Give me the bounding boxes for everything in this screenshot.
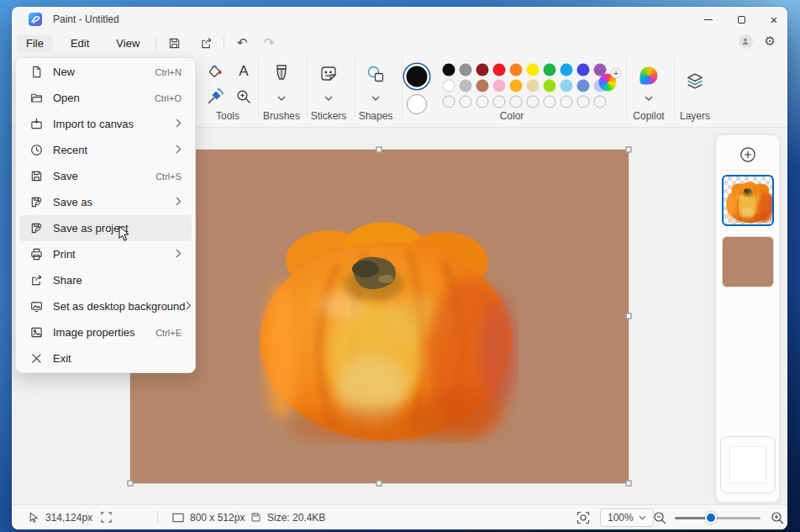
text-tool-icon[interactable]: A: [239, 63, 248, 80]
divider: [157, 511, 158, 524]
status-bar: 314,124px 800 x 512px Size: 20.4KB 100%: [12, 504, 787, 529]
menu-item-exit[interactable]: Exit: [19, 345, 192, 371]
paint-app-icon: [29, 13, 42, 26]
zoom-in-button[interactable]: [771, 511, 784, 524]
add-layer-button[interactable]: [738, 145, 758, 165]
menu-item-recent[interactable]: Recent: [19, 137, 192, 163]
settings-gear-icon[interactable]: ⚙: [765, 34, 776, 49]
color-swatch[interactable]: [577, 64, 590, 76]
zoom-level-dropdown[interactable]: 100%: [600, 508, 654, 527]
menu-item-save[interactable]: Save Ctrl+S: [19, 163, 192, 189]
save-icon[interactable]: [163, 34, 185, 52]
color-swatch[interactable]: [577, 80, 590, 92]
divider: [224, 36, 224, 50]
background-layer-container[interactable]: [720, 436, 776, 493]
canvas-handle-bottom-right[interactable]: [626, 481, 632, 487]
canvas-handle-top-middle[interactable]: [376, 147, 382, 153]
color-swatch[interactable]: [527, 80, 539, 92]
stickers-chevron-icon[interactable]: [324, 89, 333, 104]
view-menu-button[interactable]: View: [107, 34, 149, 52]
color-swatch[interactable]: [544, 80, 556, 92]
color-swatch[interactable]: [476, 64, 489, 76]
zoom-level-value: 100%: [608, 512, 634, 524]
empty-color-swatch[interactable]: [460, 96, 472, 108]
empty-color-swatch[interactable]: [561, 96, 573, 108]
brushes-icon[interactable]: [274, 64, 289, 84]
empty-color-swatch[interactable]: [443, 96, 455, 108]
edit-menu-button[interactable]: Edit: [61, 34, 98, 52]
new-document-icon: [29, 66, 43, 79]
shapes-icon[interactable]: [366, 65, 386, 84]
magnifier-tool-icon[interactable]: [236, 89, 252, 105]
stickers-icon[interactable]: [319, 65, 338, 83]
shortcut-label: Ctrl+O: [155, 93, 182, 103]
shapes-chevron-icon[interactable]: [371, 89, 380, 104]
empty-color-swatch[interactable]: [493, 96, 506, 108]
divider: [237, 511, 238, 524]
menu-item-save-as[interactable]: Save as: [19, 189, 192, 215]
copilot-chevron-icon[interactable]: [645, 89, 653, 104]
color-swatch[interactable]: [476, 80, 489, 92]
divider: [87, 511, 88, 524]
color-swatch[interactable]: [510, 80, 523, 92]
layers-icon[interactable]: [685, 71, 706, 92]
menu-item-import-to-canvas[interactable]: Import to canvas: [19, 111, 192, 137]
empty-color-swatch[interactable]: [527, 96, 539, 108]
empty-color-swatch[interactable]: [594, 96, 607, 108]
background-color-swatch[interactable]: [407, 94, 427, 114]
minimize-button[interactable]: [690, 7, 727, 32]
menu-item-image-properties[interactable]: Image properties Ctrl+E: [19, 319, 192, 345]
fill-tool-icon[interactable]: [207, 63, 224, 81]
undo-icon[interactable]: ↶: [231, 34, 253, 52]
zoom-out-button[interactable]: [653, 511, 666, 524]
color-swatch[interactable]: [460, 64, 472, 76]
empty-color-swatch[interactable]: [476, 96, 489, 108]
window-title: Paint - Untitled: [53, 13, 119, 25]
color-swatch[interactable]: [460, 80, 472, 92]
mouse-cursor: [118, 225, 130, 242]
tools-group-label: Tools: [216, 110, 239, 122]
fit-to-screen-button[interactable]: [576, 511, 590, 524]
close-button[interactable]: ×: [755, 7, 787, 32]
color-swatch[interactable]: [443, 64, 455, 76]
menu-item-print[interactable]: Print: [19, 241, 192, 267]
eyedropper-tool-icon[interactable]: [207, 88, 224, 105]
menu-item-share[interactable]: Share: [19, 267, 192, 293]
copilot-icon[interactable]: [640, 67, 658, 85]
empty-color-swatch[interactable]: [544, 96, 556, 108]
background-layer-thumbnail: [730, 447, 766, 482]
empty-color-swatch[interactable]: [510, 96, 523, 108]
shapes-group-label: Shapes: [359, 110, 393, 122]
color-swatch[interactable]: [493, 64, 506, 76]
layer-thumbnail-background-color[interactable]: [722, 236, 774, 287]
color-swatch[interactable]: [493, 80, 506, 92]
canvas-handle-bottom-left[interactable]: [128, 481, 134, 487]
menu-item-save-as-project[interactable]: Save as project: [19, 215, 192, 241]
canvas-handle-top-right[interactable]: [626, 147, 632, 153]
canvas-handle-right-middle[interactable]: [626, 313, 632, 319]
maximize-button[interactable]: [723, 7, 760, 32]
zoom-slider-thumb[interactable]: [705, 512, 717, 524]
empty-color-swatch[interactable]: [577, 96, 590, 108]
share-menu-icon: [29, 274, 43, 287]
share-icon[interactable]: [195, 34, 217, 52]
color-swatch[interactable]: [544, 64, 556, 76]
edit-colors-wheel-icon[interactable]: [599, 74, 617, 92]
canvas-handle-bottom-middle[interactable]: [376, 481, 382, 487]
zoom-slider[interactable]: [675, 517, 761, 519]
layer-thumbnail-pumpkin[interactable]: [722, 175, 774, 226]
foreground-color-swatch[interactable]: [407, 66, 428, 87]
menu-item-open[interactable]: Open Ctrl+O: [19, 85, 192, 111]
menu-item-set-as-desktop-background[interactable]: Set as desktop background: [19, 293, 192, 319]
color-swatch[interactable]: [561, 64, 573, 76]
color-swatch[interactable]: [510, 64, 523, 76]
account-icon[interactable]: [739, 34, 753, 49]
menu-item-new[interactable]: New Ctrl+N: [19, 59, 192, 85]
color-swatch[interactable]: [561, 80, 573, 92]
color-swatch[interactable]: [527, 64, 539, 76]
file-menu-button[interactable]: File: [17, 34, 53, 52]
image-properties-icon: [29, 326, 43, 340]
color-swatch[interactable]: [443, 80, 455, 92]
cursor-position-value: 314,124px: [45, 512, 92, 524]
brushes-chevron-icon[interactable]: [277, 89, 286, 104]
